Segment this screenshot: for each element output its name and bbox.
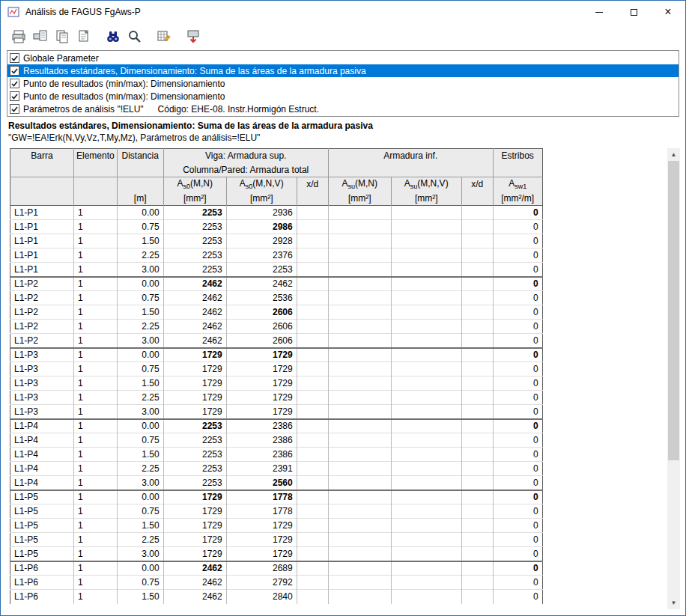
maximize-icon (631, 9, 637, 16)
check-icon (10, 54, 19, 62)
cell: 0 (493, 519, 542, 533)
checklist-item[interactable]: Parámetros de análisis "!ELU"Código: EHE… (7, 103, 679, 115)
cell: L1-P4 (10, 476, 74, 490)
cell: 2462 (163, 561, 226, 576)
cell (391, 291, 461, 305)
cell (461, 590, 493, 604)
scroll-up-icon[interactable]: ▲ (667, 148, 680, 161)
cell: 2253 (163, 248, 226, 263)
cell (297, 533, 328, 547)
scroll-down-icon[interactable]: ▼ (667, 597, 680, 609)
cell: 1729 (163, 376, 226, 391)
cell (461, 547, 493, 561)
cell (461, 504, 493, 519)
cell: 1 (74, 504, 118, 519)
cell: 0 (493, 248, 542, 263)
cell (391, 576, 461, 590)
edit-report-button[interactable] (154, 27, 174, 47)
cell: 1.50 (117, 448, 163, 462)
cell (297, 490, 328, 504)
cell: 1 (74, 391, 118, 405)
cell (461, 362, 493, 376)
cell (297, 334, 328, 348)
search-options-button[interactable] (124, 27, 145, 47)
check-icon (10, 92, 19, 100)
cell: 0.75 (117, 576, 163, 590)
table-row: L1-P210.00246224620 (10, 277, 543, 291)
cell: 3.00 (117, 547, 163, 561)
cell: L1-P4 (10, 462, 74, 476)
table-row: L1-P310.75172917290 (10, 362, 543, 376)
cell: L1-P1 (10, 263, 74, 277)
checkbox[interactable] (10, 91, 19, 101)
close-button[interactable]: × (651, 1, 685, 23)
checklist-item-code: Código: EHE-08. Instr.Hormigón Estruct. (158, 104, 319, 115)
check-icon (10, 105, 19, 113)
cell (297, 220, 328, 234)
cell (297, 561, 328, 576)
cell (328, 376, 391, 391)
search-options-icon (127, 28, 143, 45)
cell (297, 234, 328, 248)
minimize-button[interactable] (582, 1, 616, 23)
scrollbar-thumb[interactable] (668, 161, 679, 460)
cell: 1729 (163, 348, 226, 362)
cell: 0 (493, 348, 542, 362)
cell (391, 348, 461, 362)
cell: L1-P1 (10, 234, 74, 248)
cell: 2376 (226, 248, 297, 263)
cell: 2606 (226, 334, 297, 348)
checklist-item-label: Globale Parameter (23, 53, 99, 64)
cell (297, 405, 328, 419)
cell: 2253 (163, 419, 226, 433)
cell: 0.75 (117, 220, 163, 234)
checkbox[interactable] (10, 53, 19, 63)
cell (297, 448, 328, 462)
cell (461, 433, 493, 448)
cell (297, 248, 328, 263)
cell: 0.00 (117, 206, 163, 220)
cell (461, 419, 493, 433)
vertical-scrollbar[interactable]: ▲ ▼ (667, 148, 680, 609)
cell: 2253 (163, 206, 226, 220)
copy-pages-icon (54, 28, 70, 45)
maximize-button[interactable] (616, 1, 651, 23)
cell: 1 (74, 561, 118, 576)
results-table: Barra Elemento Distancia Viga: Armadura … (10, 148, 543, 604)
cell (391, 320, 461, 334)
copy-pages-button[interactable] (52, 27, 72, 47)
checkbox[interactable] (10, 79, 19, 88)
find-button[interactable] (103, 27, 123, 47)
cell: L1-P2 (10, 305, 74, 320)
print-button[interactable] (8, 27, 28, 47)
checklist-item[interactable]: Globale Parameter (7, 52, 679, 64)
cell: 1.50 (117, 590, 163, 604)
checklist-item-label: Punto de resultados (min/max): Dimension… (23, 91, 225, 102)
titlebar[interactable]: Análisis de FAGUS FgAws-P × (1, 1, 685, 23)
cell: 0 (493, 206, 542, 220)
report-subtitle: "GW=!EA!Erk(N,Vy,Vz,T,My,Mz), Parámetros… (8, 132, 260, 143)
export-button[interactable] (183, 27, 203, 47)
cell (391, 376, 461, 391)
cell: 2462 (163, 590, 226, 604)
checkbox[interactable] (10, 66, 19, 76)
cell: 1 (74, 376, 118, 391)
copy-button[interactable] (73, 27, 94, 47)
cell: 2606 (226, 305, 297, 320)
cell: 2462 (163, 334, 226, 348)
checklist-item[interactable]: Resultados estándares, Dimensionamiento:… (7, 64, 679, 77)
cell: 1729 (226, 519, 297, 533)
table-row: L1-P412.25225323910 (10, 462, 543, 476)
print-preview-button[interactable] (30, 27, 50, 47)
cell: L1-P6 (10, 576, 74, 590)
cell (297, 391, 328, 405)
checkbox[interactable] (10, 104, 19, 114)
cell (461, 206, 493, 220)
cell (391, 391, 461, 405)
col-header-as0-mnv: As0(M,N,V) (226, 177, 297, 192)
checklist-item[interactable]: Punto de resultados (min/max): Dimension… (7, 90, 679, 103)
cell (461, 305, 493, 320)
checklist-item[interactable]: Punto de resultados (min/max): Dimension… (7, 77, 679, 90)
cell (328, 220, 391, 234)
toolbar (1, 24, 685, 49)
